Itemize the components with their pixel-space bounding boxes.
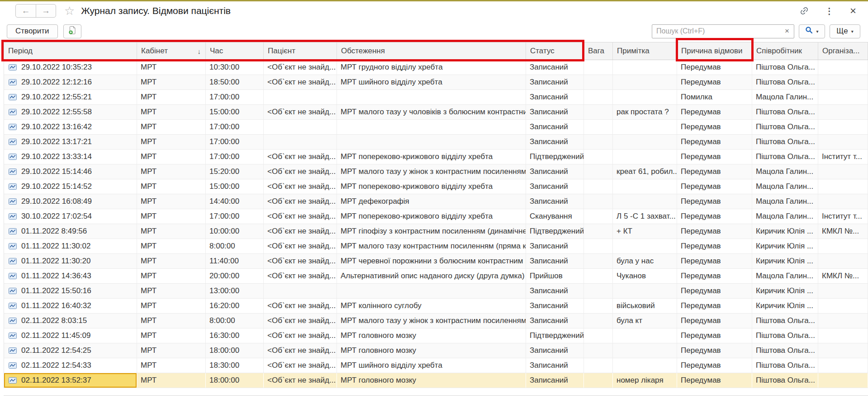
cell-weight[interactable] [584,75,613,89]
cell-time[interactable]: 18:00:00 [206,343,264,358]
cell-note[interactable]: рак простата ? [613,105,677,119]
cell-org[interactable] [818,194,868,209]
cell-note[interactable] [613,120,677,134]
cell-weight[interactable] [584,328,613,343]
cell-reason[interactable]: Передумав [677,150,752,164]
column-header[interactable]: Період [4,42,137,60]
cell-reason[interactable]: Передумав [677,239,752,253]
cell-exam[interactable] [337,90,526,104]
cell-reason[interactable]: Передумав [677,284,752,298]
cell-org[interactable]: КМКЛ №... [818,224,868,239]
cell-patient[interactable]: <Об`єкт не знайд... [264,299,337,313]
cell-cabinet[interactable]: МРТ [137,314,206,328]
cell-weight[interactable] [584,90,613,104]
cell-reason[interactable]: Передумав [677,194,752,209]
cell-org[interactable] [818,299,868,313]
cell-time[interactable]: 16:30:00 [206,328,264,343]
column-header[interactable]: Організа... [818,42,868,60]
cell-exam[interactable] [337,284,526,298]
cell-note[interactable]: Л 5 -С 1 захват... [613,209,677,224]
cell-employee[interactable]: Киричик Юлія ... [752,284,818,298]
cell-weight[interactable] [584,343,613,358]
cell-time[interactable]: 8:00:00 [206,239,264,253]
cell-status[interactable]: Записаний [526,90,584,104]
cell-patient[interactable]: <Об`єкт не знайд... [264,314,337,328]
cell-cabinet[interactable]: МРТ [137,90,206,104]
cell-employee[interactable]: Киричик Юлія ... [752,224,818,239]
cell-employee[interactable]: Мацола Галин... [752,179,818,194]
cell-employee[interactable]: Піштова Ольга... [752,120,818,134]
cell-reason[interactable]: Передумав [677,254,752,268]
cell-status[interactable]: Записаний [526,343,584,358]
cell-exam[interactable]: МРТ попереково-крижового відділу хребта [337,209,526,224]
close-icon[interactable]: × [850,5,856,16]
cell-period[interactable]: 29.10.2022 10:35:23 [4,60,137,75]
cell-period[interactable]: 01.11.2022 16:40:32 [4,299,137,313]
cell-employee[interactable]: Піштова Ольга... [752,60,818,75]
cell-period[interactable]: 02.11.2022 12:54:33 [4,358,137,373]
cell-reason[interactable]: Передумав [677,135,752,149]
cell-note[interactable] [613,60,677,75]
cell-exam[interactable]: Альтернативний опис наданого диску (друг… [337,269,526,283]
cell-period[interactable]: 29.10.2022 16:08:49 [4,194,137,209]
cell-reason[interactable]: Передумав [677,314,752,328]
table-row[interactable]: 29.10.2022 15:14:52 МРТ 15:00:00 <Об`єкт… [4,179,868,194]
cell-org[interactable] [818,105,868,119]
cell-employee[interactable]: Мацола Галин... [752,269,818,283]
cell-exam[interactable]: МРТ гіпофізу з контрастним посиленням (д… [337,224,526,239]
cell-note[interactable] [613,90,677,104]
table-row[interactable]: 01.11.2022 11:30:20 МРТ 11:40:00 <Об`єкт… [4,254,868,269]
cell-employee[interactable]: Мацола Галин... [752,209,818,224]
cell-weight[interactable] [584,269,613,283]
cell-note[interactable] [613,135,677,149]
cell-cabinet[interactable]: МРТ [137,105,206,119]
column-header[interactable]: Вага [584,42,613,60]
cell-status[interactable]: Записаний [526,75,584,89]
cell-org[interactable]: КМКЛ №... [818,269,868,283]
cell-org[interactable] [818,75,868,89]
cell-cabinet[interactable]: МРТ [137,179,206,194]
cell-status[interactable]: Підтверджений [526,328,584,343]
cell-patient[interactable]: <Об`єкт не знайд... [264,373,337,388]
cell-reason[interactable]: Передумав [677,120,752,134]
cell-exam[interactable] [337,135,526,149]
cell-org[interactable] [818,120,868,134]
column-header[interactable]: Час [206,42,264,60]
cell-time[interactable]: 18:30:00 [206,358,264,373]
cell-period[interactable]: 29.10.2022 13:16:42 [4,120,137,134]
cell-cabinet[interactable]: МРТ [137,135,206,149]
cell-note[interactable]: Чуканов [613,269,677,283]
table-row[interactable]: 02.11.2022 13:52:37 МРТ 18:00:00 <Об`єкт… [4,373,868,388]
cell-period[interactable]: 29.10.2022 15:14:52 [4,179,137,194]
cell-note[interactable] [613,150,677,164]
cell-exam[interactable]: МРТ колінного суглобу [337,299,526,313]
forward-button[interactable]: → [36,5,56,17]
column-header[interactable]: Кабінет ↓ [137,42,206,60]
cell-time[interactable]: 8:00:00 [206,314,264,328]
cell-exam[interactable]: МРТ малого тазу у чоловіків з болюсним к… [337,105,526,119]
cell-employee[interactable]: Піштова Ольга... [752,105,818,119]
table-row[interactable]: 29.10.2022 12:55:58 МРТ 15:00:00 <Об`єкт… [4,105,868,120]
cell-reason[interactable]: Помилка [677,90,752,104]
table-row[interactable]: 29.10.2022 16:08:49 МРТ 14:40:00 <Об`єкт… [4,194,868,209]
cell-period[interactable]: 02.11.2022 8:03:15 [4,314,137,328]
column-header[interactable]: Статус [526,42,584,60]
cell-weight[interactable] [584,299,613,313]
cell-cabinet[interactable]: МРТ [137,328,206,343]
cell-note[interactable]: номер лікаря [613,373,677,388]
cell-period[interactable]: 02.11.2022 13:52:37 [4,373,137,388]
cell-cabinet[interactable]: МРТ [137,239,206,253]
cell-weight[interactable] [584,209,613,224]
cell-exam[interactable]: МРТ малого тазу контрастним посиленням (… [337,239,526,253]
cell-employee[interactable]: Киричик Юлія ... [752,299,818,313]
table-row[interactable]: 29.10.2022 10:35:23 МРТ 10:30:00 <Об`єкт… [4,60,868,75]
cell-exam[interactable]: МРТ дефекографія [337,194,526,209]
cell-weight[interactable] [584,284,613,298]
cell-time[interactable]: 20:00:00 [206,269,264,283]
cell-status[interactable]: Записаний [526,373,584,388]
cell-org[interactable] [818,239,868,253]
cell-time[interactable]: 11:40:00 [206,254,264,268]
kebab-menu-icon[interactable]: ⋮ [825,6,834,16]
cell-reason[interactable]: Передумав [677,299,752,313]
cell-note[interactable]: була у нас [613,254,677,268]
